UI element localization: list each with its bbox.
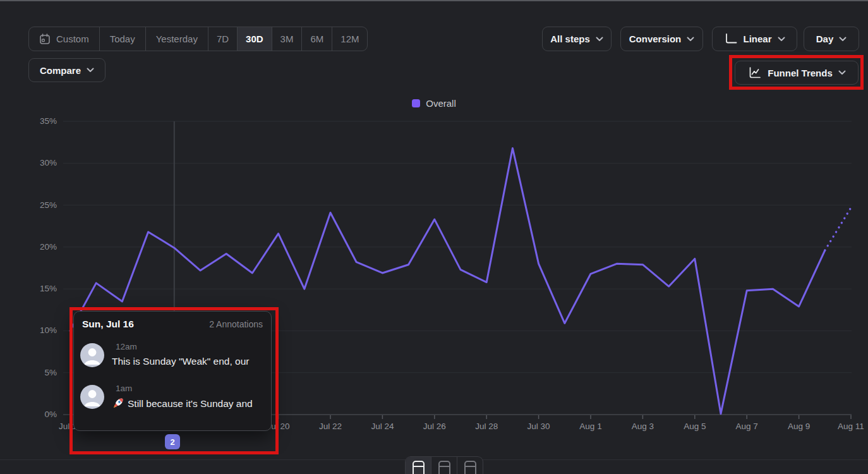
panel-layout-icon [438,461,450,474]
tooltip-date-title: Sun, Jul 16 [82,319,134,330]
legend-item-overall[interactable]: Overall [412,98,456,109]
view-panel-1-button[interactable] [406,457,431,474]
y-tick-label: 0% [23,409,57,420]
avatar [80,343,104,367]
y-tick-label: 35% [23,116,57,127]
x-tick-label: Aug 5 [675,422,715,432]
annotation-tooltip: Sun, Jul 16 2 Annotations 12amThis is Su… [73,311,272,431]
panel-layout-icon [413,461,425,474]
avatar [80,385,104,409]
annotation-time: 1am [116,384,132,393]
view-toggle-control [405,456,483,474]
x-tick-label: Aug 7 [726,422,767,432]
y-tick-label: 5% [23,367,57,379]
x-tick-label: Jul 24 [362,422,402,432]
legend-label: Overall [426,98,456,109]
annotation-text-value: This is Sunday "Weak" end, our [112,356,250,367]
y-tick-label: 20% [23,241,57,253]
funnel-trends-page: CustomTodayYesterday7D30D3M6M12M All ste… [0,0,868,474]
panel-layout-icon [464,461,476,474]
x-tick-label: Jul 30 [519,422,559,432]
annotation-count-badge[interactable]: 2 [165,434,180,449]
annotation-text: Still because it's Sunday and [112,398,270,410]
tooltip-annotation-count: 2 Annotations [209,319,263,329]
view-panel-2-button[interactable] [431,457,457,474]
legend-swatch [412,99,420,107]
y-tick-label: 15% [23,283,57,295]
annotation-text: This is Sunday "Weak" end, our [112,356,270,367]
person-icon [80,385,104,409]
x-tick-label: Jul 28 [466,422,507,432]
y-tick-label: 30% [23,157,57,169]
chart-legend: Overall [0,98,868,109]
view-panel-3-button[interactable] [457,457,483,474]
x-tick-label: Jul 22 [310,422,351,432]
x-tick-label: Jul 26 [414,422,455,432]
x-tick-label: Aug 9 [779,422,819,432]
annotation-text-value: Still because it's Sunday and [128,398,253,410]
annotation-entry: 12amThis is Sunday "Weak" end, our [74,343,271,381]
x-tick-label: Aug 1 [570,422,611,432]
annotation-time: 12am [116,342,137,351]
x-tick-label: Aug 3 [622,422,663,432]
y-tick-label: 25% [23,200,57,211]
rocket-icon [112,398,124,410]
annotation-entry: 1amStill because it's Sunday and [74,385,271,423]
x-tick-label: Aug 11 [831,422,868,432]
y-tick-label: 10% [23,325,57,336]
person-icon [80,343,104,367]
